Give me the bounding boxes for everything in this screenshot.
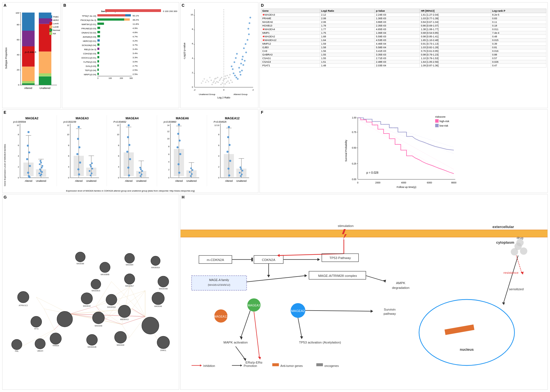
cell-lrp: 0.026 <box>491 60 546 64</box>
svg-point-287 <box>176 146 178 148</box>
cell-hr: 0.76 [0.61-0.95] <box>420 49 491 53</box>
svg-point-154 <box>208 81 209 83</box>
svg-point-295 <box>190 168 192 169</box>
svg-marker-503 <box>240 364 242 367</box>
svg-text:2.5%: 2.5% <box>133 69 138 71</box>
panel-a-yaxis-label: Subtype Proportion <box>5 47 8 69</box>
svg-point-491 <box>516 239 523 246</box>
svg-text:6: 6 <box>18 144 19 147</box>
svg-text:MAGEA12: MAGEA12 <box>214 315 228 318</box>
svg-text:extercellular: extercellular <box>493 225 514 229</box>
svg-text:8: 8 <box>68 144 69 147</box>
svg-point-289 <box>177 163 179 165</box>
cell-log2: 1.56 <box>320 49 375 53</box>
svg-point-159 <box>234 61 235 63</box>
svg-point-324 <box>239 172 241 173</box>
svg-point-123 <box>230 80 232 81</box>
svg-marker-473 <box>371 310 373 313</box>
svg-point-192 <box>39 173 40 174</box>
svg-text:TEP1(0.04): TEP1(0.04) <box>85 69 96 72</box>
svg-point-113 <box>220 84 222 85</box>
svg-text:6000: 6000 <box>427 182 432 184</box>
panel-f-chart: high-risk low-risk riskscore 0.00 0.25 0… <box>260 113 547 197</box>
panel-e-label: E <box>4 110 6 115</box>
svg-point-189 <box>28 176 30 178</box>
svg-point-186 <box>29 165 31 167</box>
svg-text:100: 100 <box>16 12 20 14</box>
table-row: ★MAGEA41.774.65E-031.38 [1.08-1.77]0.011 <box>261 28 546 31</box>
svg-text:48.2%: 48.2% <box>133 19 139 21</box>
svg-text:(MAGEA2/3/4/6/12): (MAGEA2/3/4/6/12) <box>208 284 230 286</box>
svg-point-105 <box>212 84 213 85</box>
svg-point-417 <box>142 317 159 334</box>
svg-text:NRIP1(0.04): NRIP1(0.04) <box>84 73 97 76</box>
svg-point-490 <box>511 248 518 255</box>
svg-point-403 <box>81 293 93 304</box>
svg-rect-56 <box>97 43 99 46</box>
svg-rect-441 <box>251 258 253 261</box>
svg-point-291 <box>190 175 191 177</box>
cell-lrp: 0.015 <box>491 38 546 42</box>
svg-text:Altered: Altered <box>25 180 32 182</box>
svg-text:PML: PML <box>15 350 19 352</box>
svg-marker-455 <box>304 274 307 277</box>
svg-point-108 <box>215 78 217 79</box>
cell-hr: 0.84 [0.67-1.04] <box>420 20 491 24</box>
svg-text:riskscore: riskscore <box>435 115 446 118</box>
svg-point-120 <box>225 78 227 79</box>
svg-rect-74 <box>97 69 99 71</box>
panel-d-table: Gene Log2 Ratio p-Value HR [95%CI] Log-r… <box>261 9 546 67</box>
svg-text:2: 2 <box>168 168 169 171</box>
cell-pval: 3.86E-03 <box>375 20 420 24</box>
svg-text:MAGEA6: MAGEA6 <box>95 325 102 327</box>
svg-text:P=0.004525: P=0.004525 <box>214 120 227 123</box>
svg-text:DNM1L: DNM1L <box>160 349 166 351</box>
svg-text:PRUNE2(0.03): PRUNE2(0.03) <box>81 27 97 30</box>
svg-point-225 <box>78 173 80 175</box>
svg-text:14: 14 <box>167 124 169 127</box>
cell-hr: 0.91 [0.73-1.13] <box>420 42 491 46</box>
svg-point-149 <box>201 83 202 84</box>
svg-text:AMPK: AMPK <box>396 281 405 285</box>
svg-text:PIK3CA(4.9e-3): PIK3CA(4.9e-3) <box>81 19 97 21</box>
svg-point-143 <box>249 17 251 18</box>
svg-text:0: 0 <box>218 176 219 179</box>
svg-text:0.50: 0.50 <box>352 147 356 149</box>
svg-marker-463 <box>267 275 270 277</box>
svg-text:MAGEA9: MAGEA9 <box>117 344 124 346</box>
svg-text:p=0.003860: p=0.003860 <box>163 120 176 123</box>
cell-lrp: 8.2e-5 <box>491 13 546 17</box>
svg-text:p=0.002239: p=0.002239 <box>63 120 76 123</box>
svg-point-405 <box>106 294 117 305</box>
dotplot-magea12: MAGEA12 P=0.004525 0 2 4 6 8 10 12 <box>208 115 257 186</box>
svg-point-399 <box>124 274 135 284</box>
svg-text:4: 4 <box>68 166 69 168</box>
svg-point-419 <box>50 333 61 344</box>
svg-text:12: 12 <box>67 124 69 127</box>
cell-pval: 5.58E-04 <box>375 46 420 49</box>
svg-text:low-risk: low-risk <box>439 124 448 127</box>
svg-point-199 <box>40 162 42 163</box>
svg-point-254 <box>126 151 128 153</box>
svg-point-286 <box>179 139 181 141</box>
svg-line-445 <box>280 254 344 256</box>
svg-point-146 <box>239 71 241 73</box>
svg-point-485 <box>419 299 515 366</box>
svg-point-160 <box>235 57 237 59</box>
svg-text:8: 8 <box>218 133 219 136</box>
svg-rect-19 <box>22 13 35 31</box>
cell-lrp: 0.18 <box>491 24 546 28</box>
svg-text:high-risk: high-risk <box>439 120 449 123</box>
svg-text:MAGE-A family: MAGE-A family <box>209 278 229 282</box>
svg-text:0: 0 <box>68 176 69 179</box>
svg-rect-22 <box>39 73 51 76</box>
svg-point-135 <box>242 56 244 57</box>
svg-point-323 <box>241 173 243 175</box>
svg-text:degradation: degradation <box>392 286 409 290</box>
svg-rect-23 <box>39 52 51 73</box>
svg-rect-77 <box>97 73 99 75</box>
svg-rect-487 <box>445 325 474 335</box>
svg-text:MAGEA2B: MAGEA2B <box>88 346 96 348</box>
svg-text:Unaltered: Unaltered <box>136 180 146 182</box>
svg-text:8: 8 <box>118 144 119 147</box>
